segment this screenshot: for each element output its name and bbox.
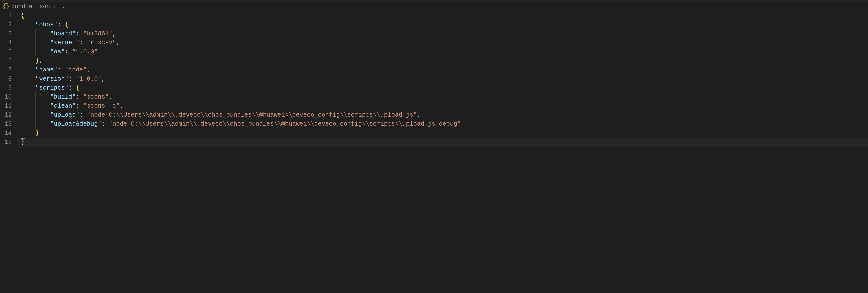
code-line[interactable]: "build": "scons", bbox=[17, 93, 868, 102]
token-ppunct: , bbox=[101, 75, 105, 82]
line-number: 11 bbox=[0, 102, 12, 111]
token-punct: } bbox=[21, 138, 25, 146]
token-ppunct: : bbox=[58, 21, 65, 28]
token-key: "name" bbox=[35, 66, 58, 73]
indent-guide bbox=[35, 93, 36, 102]
token-key: "upload&debug" bbox=[50, 120, 101, 127]
line-number: 6 bbox=[0, 57, 12, 65]
code-line[interactable]: { bbox=[17, 11, 868, 20]
indent-whitespace bbox=[17, 103, 50, 110]
line-number: 1 bbox=[0, 11, 12, 20]
token-ppunct: : bbox=[65, 48, 72, 56]
indent-whitespace bbox=[17, 120, 50, 127]
breadcrumb-filename: bundle.json bbox=[11, 3, 50, 10]
indent-whitespace bbox=[17, 39, 50, 46]
chevron-right-icon bbox=[52, 3, 56, 9]
code-line[interactable]: "scripts": { bbox=[17, 83, 868, 93]
indent-guide bbox=[35, 47, 36, 57]
line-number: 8 bbox=[0, 74, 12, 83]
token-ppunct: : bbox=[80, 39, 87, 46]
breadcrumb-ellipsis[interactable]: ... bbox=[58, 3, 69, 10]
token-key: "upload" bbox=[50, 111, 80, 118]
token-punct: { bbox=[65, 21, 68, 28]
indent-whitespace bbox=[17, 57, 35, 64]
line-number: 13 bbox=[0, 119, 12, 129]
token-ppunct: , bbox=[87, 66, 90, 73]
code-line[interactable]: } bbox=[17, 138, 868, 147]
token-key: "scripts" bbox=[35, 84, 68, 91]
indent-guide bbox=[35, 111, 36, 119]
token-punct: { bbox=[21, 12, 25, 19]
code-line[interactable]: "name": "code", bbox=[17, 65, 868, 74]
line-number: 7 bbox=[0, 65, 12, 74]
token-punct: } bbox=[35, 57, 39, 64]
token-ppunct: : bbox=[58, 66, 65, 73]
json-file-icon: {} bbox=[2, 3, 9, 10]
indent-whitespace bbox=[17, 30, 50, 37]
token-ppunct: : bbox=[101, 120, 109, 127]
code-line[interactable]: "ohos": { bbox=[17, 20, 868, 29]
line-number: 10 bbox=[0, 93, 12, 102]
token-ppunct: : bbox=[76, 94, 83, 101]
token-ppunct: , bbox=[116, 39, 120, 46]
token-key: "build" bbox=[50, 94, 76, 101]
indent-whitespace bbox=[17, 94, 50, 101]
token-ppunct: : bbox=[68, 75, 76, 82]
indent-guide bbox=[35, 38, 36, 47]
code-line[interactable]: }, bbox=[17, 57, 868, 65]
token-punct: { bbox=[76, 84, 80, 91]
token-ppunct: , bbox=[113, 30, 116, 37]
indent-whitespace bbox=[17, 130, 35, 137]
token-ppunct: : bbox=[76, 30, 83, 37]
token-str: "scons" bbox=[83, 94, 109, 101]
indent-whitespace bbox=[17, 84, 35, 91]
token-key: "version" bbox=[35, 75, 68, 82]
code-editor[interactable]: 123456789101112131415 { "ohos": { "board… bbox=[0, 11, 868, 292]
code-line[interactable]: "upload": "node C:\\Users\\admin\\.devec… bbox=[17, 111, 868, 119]
token-ppunct: : bbox=[80, 111, 87, 118]
token-ppunct: , bbox=[109, 94, 113, 101]
code-line[interactable]: "upload&debug": "node C:\\Users\\admin\\… bbox=[17, 119, 868, 129]
line-number: 3 bbox=[0, 29, 12, 38]
token-key: "os" bbox=[50, 48, 65, 56]
code-line[interactable]: "clean": "scons -c", bbox=[17, 102, 868, 111]
code-line[interactable]: "kernel": "risc-v", bbox=[17, 38, 868, 47]
indent-whitespace bbox=[17, 12, 21, 19]
token-str: "1.0.0" bbox=[76, 75, 101, 82]
token-key: "board" bbox=[50, 30, 76, 37]
token-ppunct: , bbox=[39, 57, 43, 64]
token-str: "node C:\\Users\\admin\\.deveco\\ohos_bu… bbox=[109, 120, 461, 127]
token-ppunct: : bbox=[68, 84, 76, 91]
token-key: "clean" bbox=[50, 103, 76, 110]
token-ppunct: : bbox=[76, 103, 83, 110]
line-number: 9 bbox=[0, 83, 12, 93]
line-number: 4 bbox=[0, 38, 12, 47]
indent-whitespace bbox=[17, 111, 50, 118]
token-str: "hi3861" bbox=[83, 30, 113, 37]
indent-guide bbox=[35, 119, 36, 129]
title-bar-spacer bbox=[0, 0, 868, 2]
line-number-gutter: 123456789101112131415 bbox=[0, 11, 17, 292]
code-area[interactable]: { "ohos": { "board": "hi3861", "kernel":… bbox=[17, 11, 868, 292]
code-line[interactable]: "version": "1.0.0", bbox=[17, 74, 868, 83]
token-str: "code" bbox=[65, 66, 87, 73]
token-str: "node C:\\Users\\admin\\.deveco\\ohos_bu… bbox=[87, 111, 417, 118]
code-line[interactable]: "os": "1.0.0" bbox=[17, 47, 868, 57]
breadcrumb: {} bundle.json ... bbox=[0, 2, 868, 11]
code-line[interactable]: "board": "hi3861", bbox=[17, 29, 868, 38]
token-str: "1.0.0" bbox=[72, 48, 98, 56]
indent-whitespace bbox=[17, 21, 35, 28]
token-ppunct: , bbox=[120, 103, 123, 110]
indent-whitespace bbox=[17, 66, 35, 73]
token-key: "ohos" bbox=[35, 21, 58, 28]
code-line[interactable]: } bbox=[17, 129, 868, 138]
token-str: "risc-v" bbox=[87, 39, 116, 46]
line-number: 15 bbox=[0, 138, 12, 147]
token-key: "kernel" bbox=[50, 39, 80, 46]
token-ppunct: , bbox=[417, 111, 421, 118]
token-str: "scons -c" bbox=[83, 103, 120, 110]
indent-whitespace bbox=[17, 75, 35, 82]
token-punct: } bbox=[35, 130, 39, 137]
indent-whitespace bbox=[17, 48, 50, 56]
breadcrumb-file[interactable]: {} bundle.json bbox=[2, 3, 50, 10]
